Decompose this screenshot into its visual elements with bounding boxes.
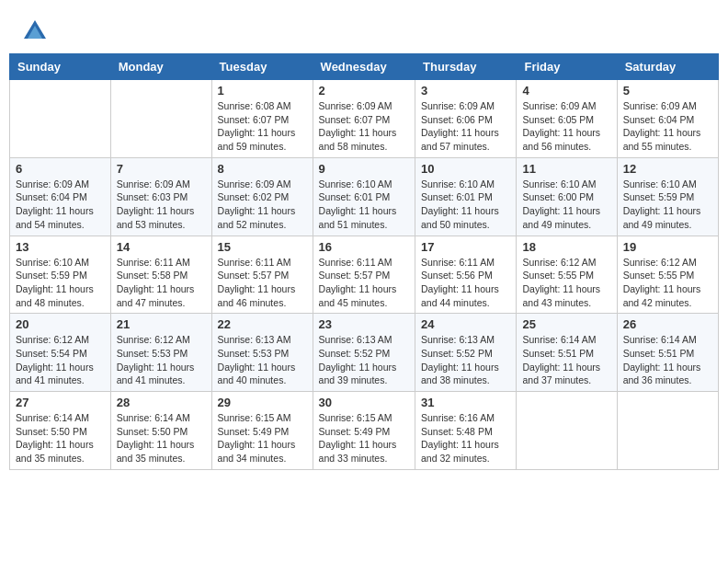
sunset-text: Sunset: 5:59 PM — [16, 270, 87, 281]
day-number: 20 — [16, 317, 105, 331]
cell-content: Sunrise: 6:09 AM Sunset: 6:04 PM Dayligh… — [16, 178, 105, 232]
calendar-cell: 12 Sunrise: 6:10 AM Sunset: 5:59 PM Dayl… — [617, 157, 718, 236]
sunrise-text: Sunrise: 6:09 AM — [117, 178, 190, 190]
weekday-header-row: SundayMondayTuesdayWednesdayThursdayFrid… — [10, 54, 719, 80]
calendar-week-row: 6 Sunrise: 6:09 AM Sunset: 6:04 PM Dayli… — [10, 157, 719, 236]
day-number: 31 — [421, 396, 510, 409]
daylight-text: Daylight: 11 hours and 32 minutes. — [421, 439, 499, 464]
calendar-cell: 18 Sunrise: 6:12 AM Sunset: 5:55 PM Dayl… — [517, 236, 617, 314]
daylight-text: Daylight: 11 hours and 52 minutes. — [218, 205, 296, 230]
calendar-week-row: 20 Sunrise: 6:12 AM Sunset: 5:54 PM Dayl… — [10, 314, 719, 392]
sunset-text: Sunset: 5:53 PM — [218, 348, 290, 359]
sunset-text: Sunset: 5:57 PM — [218, 270, 290, 281]
sunset-text: Sunset: 5:57 PM — [319, 270, 391, 281]
sunrise-text: Sunrise: 6:14 AM — [117, 412, 190, 423]
sunrise-text: Sunrise: 6:09 AM — [623, 100, 697, 111]
daylight-text: Daylight: 11 hours and 43 minutes. — [522, 283, 600, 308]
daylight-text: Daylight: 11 hours and 48 minutes. — [16, 283, 94, 308]
cell-content: Sunrise: 6:14 AM Sunset: 5:51 PM Dayligh… — [623, 333, 712, 387]
cell-content: Sunrise: 6:11 AM Sunset: 5:56 PM Dayligh… — [421, 256, 510, 310]
sunset-text: Sunset: 5:58 PM — [117, 270, 188, 281]
sunrise-text: Sunrise: 6:11 AM — [421, 257, 495, 268]
calendar-cell: 6 Sunrise: 6:09 AM Sunset: 6:04 PM Dayli… — [10, 157, 111, 236]
cell-content: Sunrise: 6:09 AM Sunset: 6:02 PM Dayligh… — [218, 178, 307, 232]
sunset-text: Sunset: 5:50 PM — [117, 426, 188, 437]
sunrise-text: Sunrise: 6:13 AM — [319, 334, 392, 345]
day-number: 4 — [522, 84, 610, 98]
sunset-text: Sunset: 5:52 PM — [319, 348, 391, 359]
sunrise-text: Sunrise: 6:08 AM — [218, 100, 291, 111]
sunrise-text: Sunrise: 6:10 AM — [421, 178, 495, 190]
calendar-cell: 25 Sunrise: 6:14 AM Sunset: 5:51 PM Dayl… — [517, 314, 617, 392]
day-number: 18 — [522, 240, 610, 254]
cell-content: Sunrise: 6:13 AM Sunset: 5:52 PM Dayligh… — [421, 333, 510, 387]
daylight-text: Daylight: 11 hours and 34 minutes. — [218, 439, 296, 464]
sunset-text: Sunset: 5:51 PM — [522, 348, 594, 359]
sunset-text: Sunset: 5:59 PM — [623, 191, 695, 202]
day-number: 21 — [117, 317, 206, 331]
day-number: 17 — [421, 240, 510, 254]
day-number: 19 — [623, 240, 712, 254]
cell-content: Sunrise: 6:08 AM Sunset: 6:07 PM Dayligh… — [218, 99, 307, 154]
calendar-cell: 3 Sunrise: 6:09 AM Sunset: 6:06 PM Dayli… — [415, 80, 517, 158]
cell-content: Sunrise: 6:09 AM Sunset: 6:04 PM Dayligh… — [623, 99, 712, 154]
sunrise-text: Sunrise: 6:10 AM — [623, 178, 697, 190]
sunrise-text: Sunrise: 6:12 AM — [522, 257, 596, 268]
day-number: 3 — [421, 84, 510, 98]
sunset-text: Sunset: 5:55 PM — [522, 270, 594, 281]
calendar-cell: 30 Sunrise: 6:15 AM Sunset: 5:49 PM Dayl… — [313, 392, 415, 470]
logo-icon — [22, 18, 48, 44]
sunrise-text: Sunrise: 6:09 AM — [421, 100, 495, 111]
day-number: 27 — [16, 396, 105, 409]
sunrise-text: Sunrise: 6:13 AM — [218, 334, 291, 345]
sunrise-text: Sunrise: 6:14 AM — [623, 334, 697, 345]
day-number: 8 — [218, 162, 307, 176]
weekday-header-wednesday: Wednesday — [313, 54, 415, 80]
weekday-header-friday: Friday — [517, 54, 617, 80]
daylight-text: Daylight: 11 hours and 56 minutes. — [522, 127, 600, 152]
daylight-text: Daylight: 11 hours and 41 minutes. — [117, 362, 195, 386]
day-number: 16 — [319, 240, 409, 254]
daylight-text: Daylight: 11 hours and 37 minutes. — [522, 362, 600, 386]
day-number: 30 — [319, 396, 409, 409]
day-number: 13 — [16, 240, 105, 254]
calendar-cell: 22 Sunrise: 6:13 AM Sunset: 5:53 PM Dayl… — [211, 314, 313, 392]
day-number: 22 — [218, 317, 307, 331]
daylight-text: Daylight: 11 hours and 46 minutes. — [218, 283, 296, 308]
sunset-text: Sunset: 6:01 PM — [421, 191, 493, 202]
cell-content: Sunrise: 6:14 AM Sunset: 5:51 PM Dayligh… — [522, 333, 610, 387]
daylight-text: Daylight: 11 hours and 51 minutes. — [319, 205, 397, 230]
sunrise-text: Sunrise: 6:16 AM — [421, 412, 495, 423]
sunrise-text: Sunrise: 6:10 AM — [522, 178, 596, 190]
calendar-cell: 9 Sunrise: 6:10 AM Sunset: 6:01 PM Dayli… — [313, 157, 415, 236]
sunset-text: Sunset: 6:07 PM — [218, 114, 290, 125]
day-number: 9 — [319, 162, 409, 176]
day-number: 15 — [218, 240, 307, 254]
cell-content: Sunrise: 6:11 AM Sunset: 5:57 PM Dayligh… — [319, 256, 409, 310]
calendar-cell: 5 Sunrise: 6:09 AM Sunset: 6:04 PM Dayli… — [617, 80, 718, 158]
daylight-text: Daylight: 11 hours and 53 minutes. — [117, 205, 195, 230]
cell-content: Sunrise: 6:09 AM Sunset: 6:05 PM Dayligh… — [522, 99, 610, 154]
daylight-text: Daylight: 11 hours and 36 minutes. — [623, 362, 701, 386]
calendar-cell: 16 Sunrise: 6:11 AM Sunset: 5:57 PM Dayl… — [313, 236, 415, 314]
sunrise-text: Sunrise: 6:11 AM — [218, 257, 291, 268]
sunrise-text: Sunrise: 6:14 AM — [16, 412, 89, 423]
sunrise-text: Sunrise: 6:10 AM — [319, 178, 392, 190]
daylight-text: Daylight: 11 hours and 55 minutes. — [623, 127, 701, 152]
calendar-cell: 31 Sunrise: 6:16 AM Sunset: 5:48 PM Dayl… — [415, 392, 517, 470]
day-number: 7 — [117, 162, 206, 176]
cell-content: Sunrise: 6:09 AM Sunset: 6:07 PM Dayligh… — [319, 99, 409, 154]
cell-content: Sunrise: 6:11 AM Sunset: 5:58 PM Dayligh… — [117, 256, 206, 310]
calendar-cell — [517, 392, 617, 470]
sunrise-text: Sunrise: 6:13 AM — [421, 334, 495, 345]
cell-content: Sunrise: 6:13 AM Sunset: 5:52 PM Dayligh… — [319, 333, 409, 387]
daylight-text: Daylight: 11 hours and 58 minutes. — [319, 127, 397, 152]
calendar-cell: 29 Sunrise: 6:15 AM Sunset: 5:49 PM Dayl… — [211, 392, 313, 470]
day-number: 26 — [623, 317, 712, 331]
cell-content: Sunrise: 6:12 AM Sunset: 5:55 PM Dayligh… — [522, 256, 610, 310]
day-number: 6 — [16, 162, 105, 176]
sunrise-text: Sunrise: 6:12 AM — [623, 257, 697, 268]
daylight-text: Daylight: 11 hours and 33 minutes. — [319, 439, 397, 464]
calendar-cell: 4 Sunrise: 6:09 AM Sunset: 6:05 PM Dayli… — [517, 80, 617, 158]
sunrise-text: Sunrise: 6:09 AM — [16, 178, 89, 190]
